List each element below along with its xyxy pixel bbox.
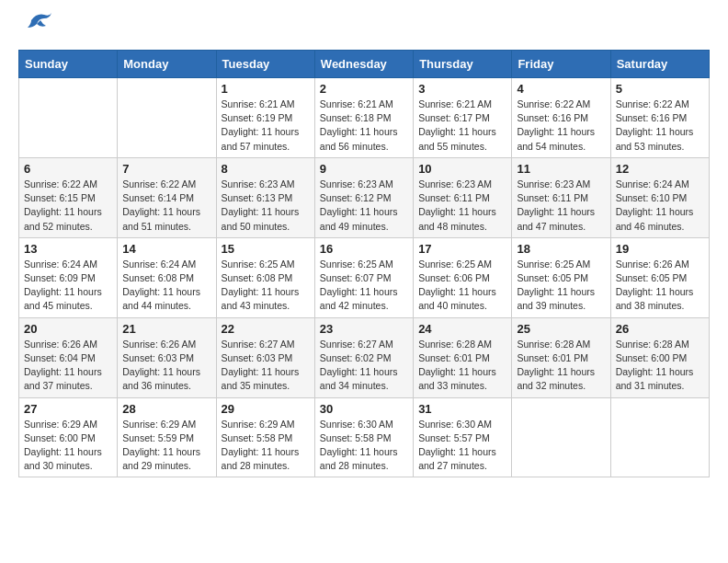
col-saturday: Saturday [610, 51, 709, 78]
day-detail: Sunrise: 6:24 AM Sunset: 6:10 PM Dayligh… [616, 178, 704, 234]
calendar-week-row: 1Sunrise: 6:21 AM Sunset: 6:19 PM Daylig… [19, 78, 710, 158]
table-row [610, 397, 709, 477]
day-number: 18 [517, 242, 605, 256]
day-number: 20 [24, 322, 112, 336]
day-detail: Sunrise: 6:21 AM Sunset: 6:18 PM Dayligh… [320, 98, 408, 154]
table-row: 9Sunrise: 6:23 AM Sunset: 6:12 PM Daylig… [314, 157, 413, 237]
table-row: 29Sunrise: 6:29 AM Sunset: 5:58 PM Dayli… [216, 397, 314, 477]
table-row: 22Sunrise: 6:27 AM Sunset: 6:03 PM Dayli… [216, 317, 314, 397]
day-detail: Sunrise: 6:28 AM Sunset: 6:01 PM Dayligh… [418, 338, 506, 394]
day-number: 27 [24, 402, 112, 416]
col-monday: Monday [118, 51, 216, 78]
day-detail: Sunrise: 6:22 AM Sunset: 6:16 PM Dayligh… [616, 98, 704, 154]
table-row: 19Sunrise: 6:26 AM Sunset: 6:05 PM Dayli… [610, 237, 709, 317]
table-row: 23Sunrise: 6:27 AM Sunset: 6:02 PM Dayli… [314, 317, 413, 397]
day-number: 13 [24, 242, 112, 256]
logo [18, 18, 53, 35]
day-detail: Sunrise: 6:25 AM Sunset: 6:06 PM Dayligh… [418, 258, 506, 314]
table-row: 3Sunrise: 6:21 AM Sunset: 6:17 PM Daylig… [414, 78, 512, 158]
day-detail: Sunrise: 6:22 AM Sunset: 6:16 PM Dayligh… [517, 98, 605, 154]
table-row: 25Sunrise: 6:28 AM Sunset: 6:01 PM Dayli… [512, 317, 610, 397]
day-number: 3 [418, 82, 506, 96]
day-number: 14 [122, 242, 210, 256]
day-detail: Sunrise: 6:21 AM Sunset: 6:17 PM Dayligh… [418, 98, 506, 154]
day-detail: Sunrise: 6:25 AM Sunset: 6:08 PM Dayligh… [222, 258, 310, 314]
day-number: 19 [616, 242, 704, 256]
day-number: 8 [222, 162, 310, 176]
day-number: 9 [320, 162, 408, 176]
table-row: 12Sunrise: 6:24 AM Sunset: 6:10 PM Dayli… [610, 157, 709, 237]
day-number: 24 [418, 322, 506, 336]
day-detail: Sunrise: 6:25 AM Sunset: 6:05 PM Dayligh… [517, 258, 605, 314]
day-detail: Sunrise: 6:30 AM Sunset: 5:57 PM Dayligh… [418, 418, 506, 474]
day-number: 2 [320, 82, 408, 96]
day-number: 7 [122, 162, 210, 176]
col-sunday: Sunday [19, 51, 118, 78]
day-detail: Sunrise: 6:27 AM Sunset: 6:02 PM Dayligh… [320, 338, 408, 394]
day-number: 6 [24, 162, 112, 176]
day-detail: Sunrise: 6:28 AM Sunset: 6:01 PM Dayligh… [517, 338, 605, 394]
table-row: 24Sunrise: 6:28 AM Sunset: 6:01 PM Dayli… [414, 317, 512, 397]
table-row: 31Sunrise: 6:30 AM Sunset: 5:57 PM Dayli… [414, 397, 512, 477]
day-detail: Sunrise: 6:24 AM Sunset: 6:09 PM Dayligh… [24, 258, 112, 314]
calendar-week-row: 27Sunrise: 6:29 AM Sunset: 6:00 PM Dayli… [19, 397, 710, 477]
day-number: 4 [517, 82, 605, 96]
calendar-week-row: 13Sunrise: 6:24 AM Sunset: 6:09 PM Dayli… [19, 237, 710, 317]
day-number: 22 [222, 322, 310, 336]
calendar-header: Sunday Monday Tuesday Wednesday Thursday… [19, 51, 710, 78]
table-row: 2Sunrise: 6:21 AM Sunset: 6:18 PM Daylig… [314, 78, 413, 158]
table-row: 16Sunrise: 6:25 AM Sunset: 6:07 PM Dayli… [314, 237, 413, 317]
table-row: 21Sunrise: 6:26 AM Sunset: 6:03 PM Dayli… [118, 317, 216, 397]
day-detail: Sunrise: 6:29 AM Sunset: 6:00 PM Dayligh… [24, 418, 112, 474]
day-detail: Sunrise: 6:23 AM Sunset: 6:11 PM Dayligh… [517, 178, 605, 234]
calendar-table: Sunday Monday Tuesday Wednesday Thursday… [18, 50, 710, 477]
day-number: 11 [517, 162, 605, 176]
day-number: 12 [616, 162, 704, 176]
table-row: 8Sunrise: 6:23 AM Sunset: 6:13 PM Daylig… [216, 157, 314, 237]
day-number: 23 [320, 322, 408, 336]
day-detail: Sunrise: 6:29 AM Sunset: 5:58 PM Dayligh… [222, 418, 310, 474]
table-row: 26Sunrise: 6:28 AM Sunset: 6:00 PM Dayli… [610, 317, 709, 397]
day-detail: Sunrise: 6:22 AM Sunset: 6:15 PM Dayligh… [24, 178, 112, 234]
day-detail: Sunrise: 6:26 AM Sunset: 6:04 PM Dayligh… [24, 338, 112, 394]
table-row: 10Sunrise: 6:23 AM Sunset: 6:11 PM Dayli… [414, 157, 512, 237]
day-detail: Sunrise: 6:24 AM Sunset: 6:08 PM Dayligh… [122, 258, 210, 314]
table-row [19, 78, 118, 158]
day-detail: Sunrise: 6:23 AM Sunset: 6:13 PM Dayligh… [222, 178, 310, 234]
day-detail: Sunrise: 6:22 AM Sunset: 6:14 PM Dayligh… [122, 178, 210, 234]
page-header [18, 18, 710, 35]
day-detail: Sunrise: 6:26 AM Sunset: 6:05 PM Dayligh… [616, 258, 704, 314]
day-detail: Sunrise: 6:28 AM Sunset: 6:00 PM Dayligh… [616, 338, 704, 394]
table-row [118, 78, 216, 158]
table-row: 28Sunrise: 6:29 AM Sunset: 5:59 PM Dayli… [118, 397, 216, 477]
day-detail: Sunrise: 6:25 AM Sunset: 6:07 PM Dayligh… [320, 258, 408, 314]
table-row [512, 397, 610, 477]
table-row: 18Sunrise: 6:25 AM Sunset: 6:05 PM Dayli… [512, 237, 610, 317]
table-row: 13Sunrise: 6:24 AM Sunset: 6:09 PM Dayli… [19, 237, 118, 317]
day-number: 10 [418, 162, 506, 176]
table-row: 27Sunrise: 6:29 AM Sunset: 6:00 PM Dayli… [19, 397, 118, 477]
days-of-week-row: Sunday Monday Tuesday Wednesday Thursday… [19, 51, 710, 78]
day-number: 15 [222, 242, 310, 256]
table-row: 6Sunrise: 6:22 AM Sunset: 6:15 PM Daylig… [19, 157, 118, 237]
day-number: 17 [418, 242, 506, 256]
table-row: 4Sunrise: 6:22 AM Sunset: 6:16 PM Daylig… [512, 78, 610, 158]
day-detail: Sunrise: 6:23 AM Sunset: 6:12 PM Dayligh… [320, 178, 408, 234]
table-row: 14Sunrise: 6:24 AM Sunset: 6:08 PM Dayli… [118, 237, 216, 317]
table-row: 20Sunrise: 6:26 AM Sunset: 6:04 PM Dayli… [19, 317, 118, 397]
table-row: 11Sunrise: 6:23 AM Sunset: 6:11 PM Dayli… [512, 157, 610, 237]
day-number: 29 [222, 402, 310, 416]
table-row: 5Sunrise: 6:22 AM Sunset: 6:16 PM Daylig… [610, 78, 709, 158]
table-row: 1Sunrise: 6:21 AM Sunset: 6:19 PM Daylig… [216, 78, 314, 158]
day-detail: Sunrise: 6:23 AM Sunset: 6:11 PM Dayligh… [418, 178, 506, 234]
day-number: 25 [517, 322, 605, 336]
day-number: 26 [616, 322, 704, 336]
day-number: 16 [320, 242, 408, 256]
day-number: 28 [122, 402, 210, 416]
calendar-week-row: 6Sunrise: 6:22 AM Sunset: 6:15 PM Daylig… [19, 157, 710, 237]
day-number: 21 [122, 322, 210, 336]
calendar-body: 1Sunrise: 6:21 AM Sunset: 6:19 PM Daylig… [19, 78, 710, 477]
day-detail: Sunrise: 6:21 AM Sunset: 6:19 PM Dayligh… [222, 98, 310, 154]
table-row: 7Sunrise: 6:22 AM Sunset: 6:14 PM Daylig… [118, 157, 216, 237]
day-number: 30 [320, 402, 408, 416]
